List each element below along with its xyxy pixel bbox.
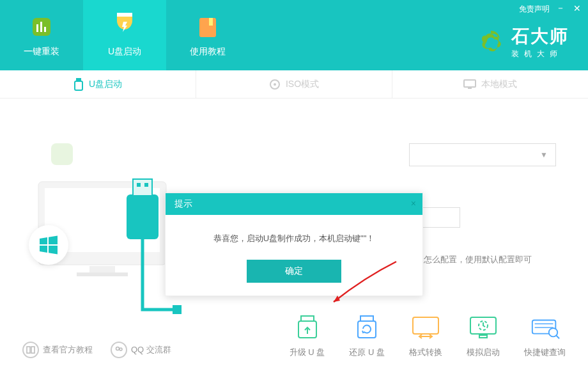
brand-subtitle: 装机大师 — [511, 49, 569, 59]
brand-title: 石大师 — [511, 24, 569, 49]
dialog-ok-button[interactable]: 确定 — [247, 260, 341, 283]
window-controls: － ✕ — [555, 3, 583, 14]
subtab-label: U盘启动 — [89, 79, 122, 90]
subtab-usb-boot[interactable]: U盘启动 — [0, 70, 196, 98]
disclaimer-link[interactable]: 免责声明 — [519, 4, 550, 15]
usb-icon — [74, 78, 84, 91]
monitor-icon — [463, 79, 476, 90]
subtab-local[interactable]: 本地模式 — [392, 70, 588, 98]
dialog-title: 提示 — [174, 198, 192, 210]
nav-label: U盘启动 — [108, 46, 141, 58]
svg-rect-6 — [209, 18, 213, 26]
app-header: 一键重装 U盘启动 使用教程 免责声明 － ✕ 石大师 装机大师 — [0, 0, 588, 70]
svg-rect-13 — [51, 143, 73, 165]
subtab-iso[interactable]: ISO模式 — [196, 70, 392, 98]
svg-rect-11 — [464, 80, 476, 87]
device-dropdown[interactable]: ▼ — [409, 143, 556, 166]
success-dialog: 提示 × 恭喜您，启动U盘制作成功，本机启动键""！ 确定 — [165, 193, 423, 296]
close-button[interactable]: ✕ — [571, 3, 583, 14]
main-content: ▼ 开始制作 小贴士:如果不知道怎么配置，使用默认配置即可 查看官方教程 QQ … — [0, 99, 588, 371]
tutorial-icon — [194, 13, 222, 41]
iso-icon — [269, 79, 281, 90]
svg-rect-1 — [36, 24, 38, 32]
modal-overlay: 提示 × 恭喜您，启动U盘制作成功，本机启动键""！ 确定 — [0, 169, 588, 371]
reinstall-icon — [27, 13, 56, 41]
nav-label: 一键重装 — [24, 46, 59, 58]
nav-reinstall[interactable]: 一键重装 — [0, 0, 83, 70]
usb-boot-icon — [111, 13, 139, 41]
svg-point-10 — [274, 83, 276, 86]
svg-rect-5 — [199, 18, 216, 37]
nav-usb-boot[interactable]: U盘启动 — [83, 0, 166, 70]
brand-logo-icon — [477, 28, 505, 56]
dialog-close-button[interactable]: × — [411, 198, 416, 209]
svg-rect-12 — [468, 88, 472, 89]
svg-rect-2 — [40, 22, 42, 32]
chevron-down-icon: ▼ — [540, 150, 548, 159]
brand: 石大师 装机大师 — [477, 24, 569, 59]
subtab-label: 本地模式 — [481, 79, 517, 90]
minimize-button[interactable]: － — [555, 3, 566, 14]
dialog-message: 恭喜您，启动U盘制作成功，本机启动键""！ — [166, 215, 422, 260]
subtabs: U盘启动 ISO模式 本地模式 — [0, 70, 588, 99]
nav-tutorial[interactable]: 使用教程 — [166, 0, 249, 70]
nav-label: 使用教程 — [190, 46, 226, 58]
svg-rect-3 — [44, 27, 46, 32]
dialog-header: 提示 × — [166, 193, 422, 215]
subtab-label: ISO模式 — [286, 79, 319, 90]
svg-rect-4 — [117, 13, 132, 17]
svg-rect-8 — [75, 81, 82, 90]
